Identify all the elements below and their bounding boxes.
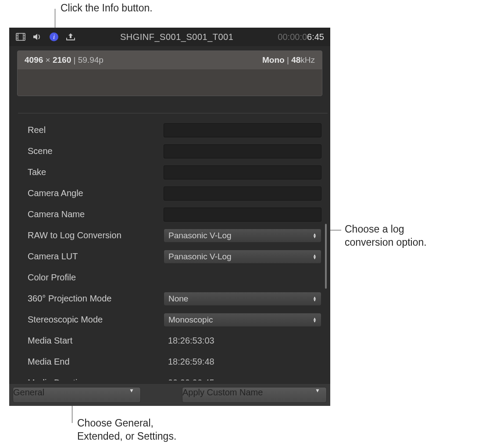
metadata-view-select[interactable]: General ▼ [13, 387, 141, 403]
field-label: Scene [18, 146, 159, 156]
metadata-field-list: Duration 00:00:06:45 Reel Scene Take Cam… [18, 113, 328, 380]
projection-mode-select[interactable]: None ▲▼ [164, 292, 321, 306]
camera-angle-input[interactable] [164, 186, 321, 201]
select-value: Monoscopic [168, 315, 213, 325]
field-label: RAW to Log Conversion [18, 230, 159, 240]
inspector-topbar: i SHGINF_S001_S001_T001 00:00:06:45 [9, 28, 330, 46]
audio-format-label: Mono | 48kHz [262, 55, 315, 65]
callout-text-line: Extended, or Settings. [77, 430, 176, 442]
audio-channels: Mono [262, 55, 285, 65]
camera-lut-select[interactable]: Panasonic V-Log ▲▼ [164, 250, 321, 264]
field-label: Color Profile [18, 272, 159, 283]
field-reel: Reel [18, 120, 328, 141]
field-label: Media Start [18, 336, 159, 346]
field-label: Reel [18, 125, 159, 135]
field-media-duration: Media Duration 00:00:06:45 [18, 373, 328, 380]
take-input[interactable] [164, 165, 321, 179]
film-icon[interactable] [15, 32, 26, 42]
field-media-start: Media Start 18:26:53:03 [18, 330, 328, 351]
field-take: Take [18, 162, 328, 183]
res-width: 4096 [25, 55, 43, 65]
field-value: 00:00:06:45 [164, 113, 214, 114]
select-value: Panasonic V-Log [168, 231, 232, 240]
apply-custom-name-select[interactable]: Apply Custom Name ▼ [182, 387, 327, 403]
field-label: Camera LUT [18, 251, 159, 262]
field-stereoscopic-mode: Stereoscopic Mode Monoscopic ▲▼ [18, 309, 328, 330]
callout-log-conversion: Choose a log conversion option. [345, 223, 427, 249]
chevron-down-icon: ▼ [315, 387, 320, 394]
field-projection-mode: 360° Projection Mode None ▲▼ [18, 288, 328, 309]
field-label: Duration [18, 113, 159, 114]
field-label: Media Duration [18, 378, 159, 380]
field-value: 18:26:53:03 [164, 336, 214, 346]
inspector-footer: General ▼ Apply Custom Name ▼ [9, 384, 330, 406]
reel-input[interactable] [164, 123, 321, 137]
clip-timecode: 00:00:06:45 [278, 32, 324, 42]
clip-summary-bar: 4096 × 2160 | 59.94p Mono | 48kHz [18, 51, 322, 69]
field-color-profile: Color Profile [18, 267, 328, 288]
chevron-updown-icon: ▲▼ [313, 317, 317, 323]
timecode-bright: 6:45 [307, 32, 324, 42]
field-camera-lut: Camera LUT Panasonic V-Log ▲▼ [18, 246, 328, 267]
callout-text-line: Choose General, [77, 417, 154, 429]
scrollbar[interactable] [324, 120, 327, 380]
select-value: None [168, 294, 188, 304]
scene-input[interactable] [164, 144, 321, 158]
field-value: 18:26:59:48 [164, 357, 214, 367]
chevron-updown-icon: ▲▼ [313, 254, 317, 259]
volume-icon[interactable] [32, 32, 43, 42]
info-icon[interactable]: i [49, 32, 59, 42]
field-label: Camera Angle [18, 188, 159, 198]
clip-title: SHGINF_S001_S001_T001 [81, 32, 272, 42]
video-format-label: 4096 × 2160 | 59.94p [25, 55, 104, 65]
field-camera-angle: Camera Angle [18, 183, 328, 204]
svg-rect-0 [16, 33, 25, 40]
field-value: 00:00:06:45 [164, 378, 214, 380]
share-icon[interactable] [65, 32, 76, 42]
stereoscopic-mode-select[interactable]: Monoscopic ▲▼ [164, 313, 321, 327]
select-value: Panasonic V-Log [168, 252, 232, 262]
timecode-dim: 00:00:0 [278, 32, 307, 42]
raw-to-log-select[interactable]: Panasonic V-Log ▲▼ [164, 229, 321, 243]
field-raw-to-log: RAW to Log Conversion Panasonic V-Log ▲▼ [18, 225, 328, 246]
select-value: General [13, 387, 44, 397]
field-label: Stereoscopic Mode [18, 315, 159, 325]
field-label: Take [18, 167, 159, 177]
info-inspector-panel: i SHGINF_S001_S001_T001 00:00:06:45 4096… [9, 28, 330, 406]
field-media-end: Media End 18:26:59:48 [18, 351, 328, 373]
audio-rate: 48 [291, 55, 300, 65]
callout-view-menu: Choose General, Extended, or Settings. [77, 417, 176, 443]
clip-summary: 4096 × 2160 | 59.94p Mono | 48kHz [17, 50, 322, 96]
chevron-down-icon: ▼ [129, 387, 134, 394]
callout-text-line: Choose a log [345, 223, 404, 235]
clip-skimmer[interactable] [18, 69, 322, 96]
svg-text:i: i [53, 33, 55, 40]
callout-text-line: conversion option. [345, 237, 427, 248]
camera-name-input[interactable] [164, 208, 321, 222]
field-label: 360° Projection Mode [18, 294, 159, 304]
field-duration: Duration 00:00:06:45 [18, 113, 328, 120]
frame-rate: 59.94p [78, 55, 104, 65]
field-camera-name: Camera Name [18, 204, 328, 225]
chevron-updown-icon: ▲▼ [313, 233, 317, 238]
field-scene: Scene [18, 141, 328, 162]
field-label: Media End [18, 357, 159, 367]
callout-info-button: Click the Info button. [61, 2, 153, 15]
chevron-updown-icon: ▲▼ [313, 296, 317, 301]
audio-unit: kHz [300, 55, 315, 65]
field-label: Camera Name [18, 209, 159, 219]
res-height: 2160 [53, 55, 71, 65]
inspector-tab-icons: i [15, 32, 76, 42]
select-value: Apply Custom Name [182, 387, 263, 397]
